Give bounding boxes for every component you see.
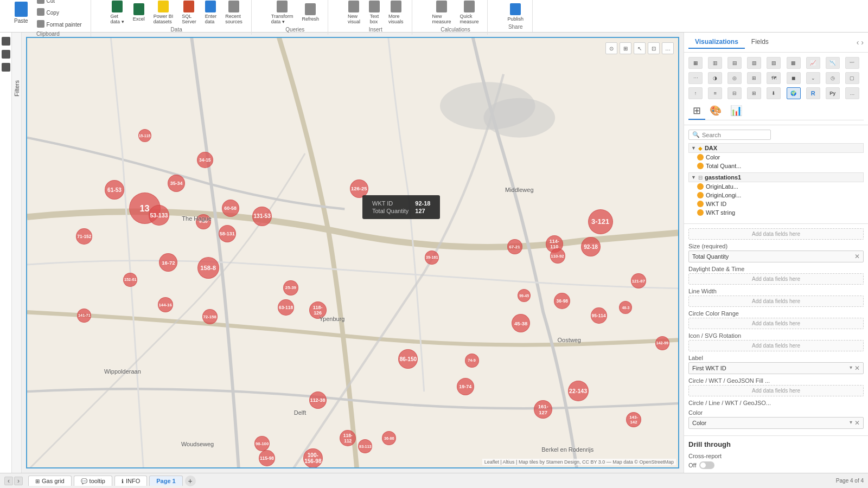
refresh-button[interactable]: Refresh [299,2,321,23]
nav-icon-3[interactable] [2,63,10,72]
viz-card[interactable]: ▢ [845,72,859,84]
cut-button[interactable]: Cut [35,0,84,6]
more-button[interactable]: … [662,42,674,54]
viz-scatter[interactable]: ⋯ [688,72,703,84]
viz-funnel[interactable]: ⌄ [806,72,820,84]
daylight-field[interactable]: Add data fields here [688,273,864,285]
panel-forward-arrow[interactable]: › [861,38,864,47]
tooltip-tab[interactable]: 💬 tooltip [74,476,112,486]
pointer-button[interactable]: ↖ [634,42,646,54]
viz-area[interactable]: 📉 [826,57,840,69]
size-field[interactable]: Total Quantity ✕ [688,251,864,262]
quick-measure-button[interactable]: Quickmeasure [457,0,481,25]
label-dropdown-button[interactable]: ▾ [850,364,852,372]
circle-fill-field[interactable]: Add data fields here [688,385,864,396]
viz-pie[interactable]: ◑ [708,72,722,84]
focus-button[interactable]: ⊙ [605,42,617,54]
viz-table[interactable]: ⊟ [727,87,742,99]
nav-icon-1[interactable] [2,37,10,46]
measure-button[interactable]: ⊞ [620,42,631,54]
paste-button[interactable]: Paste [12,1,30,25]
nav-icon-2[interactable] [2,50,10,59]
build-icon[interactable]: ⊞ [688,102,705,120]
fields-search-box[interactable]: 🔍 [688,130,771,140]
excel-button[interactable]: Excel [131,2,147,23]
dax-group-header[interactable]: ▼ ◆ DAX [688,143,864,153]
viz-line[interactable]: 📈 [806,57,820,69]
circle-color-field[interactable]: Add data fields here [688,318,864,329]
size-remove-button[interactable]: ✕ [854,253,860,260]
icon-rotation-field[interactable]: Add data fields here [688,340,864,351]
viz-kpi[interactable]: ↑ [688,87,703,99]
viz-100-bar[interactable]: ▤ [727,57,742,69]
get-data-button[interactable]: Getdata ▾ [108,0,126,25]
tab-prev-button[interactable]: ‹ [4,477,13,485]
dax-color-item[interactable]: Color [688,153,864,162]
more-visuals-button[interactable]: Morevisuals [386,0,406,25]
format-painter-button[interactable]: Format painter [35,19,84,30]
enter-data-button[interactable]: Enterdata [203,0,219,25]
origin-latu-item[interactable]: OriginLatu... [688,182,864,191]
viz-bar[interactable]: ▦ [688,57,703,69]
viz-ribbon[interactable]: 〰 [845,57,859,69]
viz-treemap[interactable]: ⊞ [747,72,761,84]
add-data-fields-top[interactable]: Add data fields here [688,228,864,240]
dax-qty-item[interactable]: Total Quant... [688,162,864,170]
toggle-off-label: Off [688,462,696,468]
insert-label: Insert [369,27,382,33]
map-container[interactable]: 15-11534-1561-5335-34126-251360-5853-133… [26,37,679,468]
viz-donut[interactable]: ◎ [727,72,742,84]
origin-longi-item[interactable]: OriginLongi... [688,191,864,200]
info-tab[interactable]: ℹ INFO [114,476,147,486]
publish-button[interactable]: Publish [505,2,526,23]
new-measure-button[interactable]: Newmeasure [430,0,453,25]
panel-back-arrow[interactable]: ‹ [857,38,859,47]
viz-waterfall[interactable]: ⬇ [767,87,781,99]
sql-server-button[interactable]: SQLServer [180,0,199,25]
viz-py[interactable]: Py [826,87,840,99]
color-dropdown-button[interactable]: ▾ [850,419,852,427]
add-tab-button[interactable]: + [185,476,196,486]
filter-button[interactable]: ⊡ [648,42,660,54]
dax-color-label: Color [706,154,720,160]
label-field[interactable]: First WKT ID ▾ ✕ [688,362,864,374]
color-field[interactable]: Color ▾ ✕ [688,417,864,429]
viz-bar-h[interactable]: ▧ [747,57,761,69]
viz-map[interactable]: 🗺 [767,72,781,84]
line-width-field[interactable]: Add data fields here [688,296,864,307]
viz-stacked-h[interactable]: ▨ [767,57,781,69]
viz-icons-row3: ↑ ≡ ⊟ ⊞ ⬇ 🌍 R Py … [688,87,864,99]
page1-tab[interactable]: Page 1 [149,476,182,486]
viz-filled-map[interactable]: ◼ [787,72,801,84]
search-icon: 🔍 [692,131,700,138]
viz-matrix[interactable]: ⊞ [747,87,761,99]
viz-custom-map[interactable]: 🌍 [787,87,801,99]
recent-sources-button[interactable]: Recentsources [223,0,245,25]
gasstations-group-header[interactable]: ▼ ⊟ gasstations1 [688,172,864,182]
tab-visualizations[interactable]: Visualizations [688,36,745,49]
filters-label[interactable]: Filters [11,76,22,101]
tab-fields[interactable]: Fields [745,36,775,49]
viz-more[interactable]: … [845,87,859,99]
analytics-icon[interactable]: 📊 [726,102,746,120]
wkt-id-item[interactable]: WKT ID [688,200,864,208]
viz-100-h[interactable]: ▩ [787,57,801,69]
viz-r[interactable]: R [806,87,820,99]
tab-next-button[interactable]: › [14,477,23,485]
viz-stacked-bar[interactable]: ▥ [708,57,722,69]
text-box-button[interactable]: Textbox [367,0,382,25]
fields-search-input[interactable] [702,132,767,138]
cross-report-toggle[interactable] [699,461,714,469]
label-remove-button[interactable]: ✕ [854,364,860,372]
place-label-berkel-en-rodenrijs: Berkel en Rodenrijs [541,446,593,453]
viz-gauge[interactable]: ◷ [826,72,840,84]
gas-grid-tab[interactable]: ⊞ Gas grid [28,476,72,486]
power-bi-button[interactable]: Power BIdatasets [151,0,176,25]
transform-button[interactable]: Transformdata ▾ [269,0,296,25]
viz-slicer[interactable]: ≡ [708,87,722,99]
color-remove-button[interactable]: ✕ [854,419,860,427]
format-icon[interactable]: 🎨 [705,102,726,120]
copy-button[interactable]: Copy [35,7,84,18]
new-visual-button[interactable]: Newvisual [346,0,362,25]
wkt-string-item[interactable]: WKT string [688,208,864,217]
